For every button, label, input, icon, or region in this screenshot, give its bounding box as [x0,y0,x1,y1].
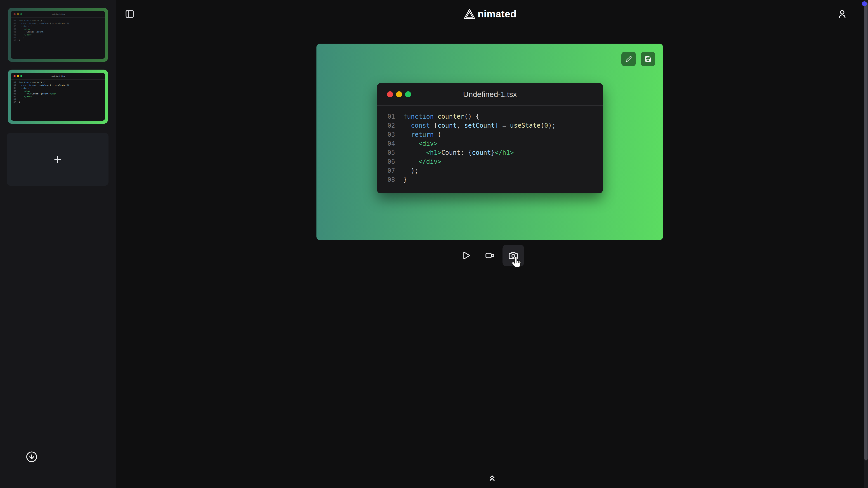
play-button[interactable] [456,245,477,266]
code-line: 05 Count: {count} [13,31,105,33]
code-token: useState [510,122,540,129]
line-number: 01 [388,112,397,121]
panel-left-icon [125,9,135,19]
user-icon [837,9,847,19]
code-token: ( [29,25,32,27]
code-window-titlebar: Undefined-1.tsx [377,83,603,106]
traffic-light-close-icon [387,91,393,97]
code-token: , [457,122,464,129]
video-camera-icon [485,251,495,260]
line-number: 06 [13,95,17,98]
code-token: () { [464,113,479,120]
code-token [19,95,24,98]
traffic-light-minimize-icon [396,91,402,97]
line-number: 04 [13,90,17,93]
chevrons-up-icon [487,473,497,482]
code-token: count [42,92,49,95]
frame-1-code: 01function counter() {02 const [count, s… [11,18,105,42]
page-scrollbar-thumb[interactable] [864,2,868,460]
code-line: 08} [13,39,105,42]
code-token: setCount [39,84,50,87]
line-number: 01 [13,19,17,22]
code-token: useState [55,84,65,87]
indicator-dot [862,1,867,6]
frame-1-preview-window: Undefined-1.tsx 01function counter() {02… [11,11,105,59]
code-token [19,28,24,30]
line-number: 03 [13,87,17,90]
page-scrollbar-track[interactable] [864,0,868,488]
code-token: <div> [418,140,437,147]
code-token: [ [28,22,30,25]
code-token: } [403,176,407,184]
line-number: 02 [13,84,17,87]
frames-sidebar: Undefined-1.tsx 01function counter() {02… [0,0,116,488]
code-token [434,113,438,120]
code-line: 06 </div> [388,157,603,166]
user-account-button[interactable] [835,7,849,21]
code-token: counter [438,113,464,120]
code-token: useState [55,22,65,25]
plus-icon: + [54,153,61,166]
code-token: ( [434,131,441,138]
line-number: 07 [13,98,17,101]
code-token: [ [28,84,30,87]
frame-thumbnail-2-selected[interactable]: Undefined-1.tsx 01function counter() {02… [8,70,108,124]
code-token: () { [39,19,45,22]
record-video-button[interactable] [479,245,501,266]
code-token: } [43,31,45,33]
code-line: 07 ); [13,36,105,39]
line-number: 06 [388,157,397,166]
save-frame-button[interactable] [641,52,655,66]
frame-thumbnail-1[interactable]: Undefined-1.tsx 01function counter() {02… [8,8,108,62]
code-token: ] = [50,22,55,25]
code-line: 01function counter() { [388,112,603,121]
code-token: ); [548,122,556,129]
code-token [403,131,411,138]
code-token: </div> [418,158,441,165]
download-button[interactable] [24,450,39,464]
code-line: 02 const [count, setCount] = useState(0)… [13,22,105,25]
code-line: 03 return ( [13,25,105,28]
play-icon [461,251,471,260]
expand-drawer-button[interactable] [485,470,499,485]
code-token: function [403,113,434,120]
code-token [19,84,21,87]
frame-1-titlebar: Undefined-1.tsx [11,11,105,18]
code-line: 01function counter() { [13,19,105,22]
frame-2-preview-window: Undefined-1.tsx 01function counter() {02… [11,73,105,121]
code-token [403,158,418,165]
code-token: count [37,31,43,33]
code-token: Count: { [19,31,37,33]
code-token [19,33,24,36]
frame-1-window-title: Undefined-1.tsx [11,13,105,15]
code-token: const [21,84,28,87]
code-token: ); [403,167,418,174]
code-token: ( [540,122,544,129]
code-token: () { [39,81,45,84]
code-token: Count: { [32,92,42,95]
line-number: 08 [13,101,17,104]
add-frame-button[interactable]: + [7,133,108,186]
code-token: </div> [24,95,32,98]
canvas-action-buttons [621,52,655,66]
app-logo-text: nimated [477,8,517,20]
code-line: 04 <div> [13,28,105,31]
line-number: 05 [13,31,17,33]
code-token: count [31,22,37,25]
code-line: 08} [13,101,105,104]
code-token: } [491,149,495,156]
app-header: nimated [116,0,864,28]
edit-frame-button[interactable] [621,52,636,66]
code-token [19,87,21,89]
line-number: 04 [388,139,397,148]
code-token: <div> [24,90,31,92]
traffic-light-close-icon [13,75,16,77]
code-token: const [411,122,430,129]
screenshot-button[interactable] [502,245,524,266]
code-line: 08} [388,175,603,184]
code-token: ); [19,36,24,39]
code-line: 07 ); [388,166,603,175]
sidebar-toggle-button[interactable] [123,7,137,21]
code-token: count [472,149,491,156]
code-token: ] = [50,84,55,87]
